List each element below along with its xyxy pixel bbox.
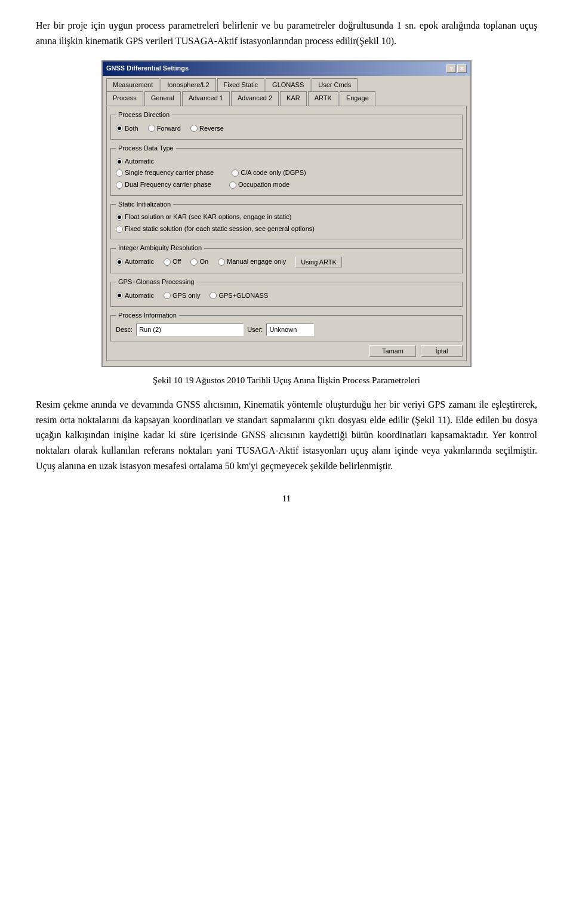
ambiguity-automatic[interactable]: Automatic [116, 257, 154, 267]
static-float[interactable]: Float solution or KAR (see KAR options, … [116, 212, 457, 223]
tab-general[interactable]: General [144, 91, 181, 106]
using-artk-button[interactable]: Using ARTK [295, 257, 342, 267]
radio-occupation[interactable] [229, 181, 236, 189]
static-init-group: Static Initialization Float solution or … [110, 199, 463, 240]
process-info-group: Process Information Desc: Run (2) User: … [110, 310, 463, 341]
titlebar-buttons: ? ✕ [446, 64, 467, 73]
tab-fixed-static[interactable]: Fixed Static [217, 78, 264, 92]
tab-process[interactable]: Process [106, 91, 143, 106]
user-label: User: [247, 325, 263, 335]
integer-ambiguity-group: Integer Ambiguity Resolution Automatic O… [110, 243, 463, 273]
tab-content-process: Process Direction Both Forward Revers [106, 106, 467, 361]
paragraph-1: Her bir proje için uygun process paramet… [36, 18, 537, 48]
radio-both[interactable] [116, 125, 123, 132]
tab-glonass[interactable]: GLONASS [266, 78, 310, 92]
integer-ambiguity-options: Automatic Off On Manual engage only [116, 255, 457, 269]
gnss-dialog: GNSS Differential Settings ? ✕ Measureme… [101, 60, 472, 367]
radio-forward[interactable] [148, 125, 155, 132]
process-info-row: Desc: Run (2) User: Unknown [116, 322, 457, 338]
process-data-type-group: Process Data Type Automatic Single frequ… [110, 143, 463, 195]
direction-both[interactable]: Both [116, 124, 138, 134]
ambiguity-on[interactable]: On [190, 257, 208, 267]
dialog-buttons: Tamam İptal [110, 345, 463, 357]
direction-reverse[interactable]: Reverse [190, 124, 224, 134]
tab-ionosphere[interactable]: Ionosphere/L2 [161, 78, 215, 92]
process-info-label: Process Information [116, 310, 179, 321]
radio-gps-glonass[interactable] [210, 292, 217, 299]
radio-ca[interactable] [232, 170, 239, 177]
tab-user-cmds[interactable]: User Cmds [312, 78, 358, 92]
figure-caption: Şekil 10 19 Ağustos 2010 Tarihli Uçuş An… [36, 373, 537, 387]
radio-amb-on[interactable] [190, 258, 198, 266]
dialog-titlebar: GNSS Differential Settings ? ✕ [103, 61, 470, 76]
cancel-button[interactable]: İptal [421, 345, 463, 357]
radio-single[interactable] [116, 170, 123, 177]
radio-automatic[interactable] [116, 158, 123, 165]
radio-reverse[interactable] [190, 125, 198, 132]
radio-fixed[interactable] [116, 226, 123, 233]
figure-10: GNSS Differential Settings ? ✕ Measureme… [36, 60, 537, 367]
ok-button[interactable]: Tamam [369, 345, 416, 357]
desc-field[interactable]: Run (2) [136, 324, 244, 337]
static-fixed[interactable]: Fixed static solution (for each static s… [116, 224, 457, 235]
desc-label: Desc: [116, 325, 133, 335]
data-type-single[interactable]: Single frequency carrier phase [116, 168, 214, 178]
dialog-title: GNSS Differential Settings [106, 63, 189, 74]
radio-amb-auto[interactable] [116, 258, 123, 266]
process-direction-options: Both Forward Reverse [116, 122, 457, 136]
radio-gps-only[interactable] [164, 292, 171, 299]
radio-dual[interactable] [116, 181, 123, 189]
paragraph-2: Resim çekme anında ve devamında GNSS alı… [36, 397, 537, 473]
tab-advanced-2[interactable]: Advanced 2 [231, 91, 279, 106]
tab-row-1: Measurement Ionosphere/L2 Fixed Static G… [106, 78, 467, 92]
tabs-wrapper: Measurement Ionosphere/L2 Fixed Static G… [106, 78, 467, 106]
direction-forward[interactable]: Forward [148, 124, 181, 134]
page-number: 11 [36, 491, 537, 506]
gps-glonass-options: Automatic GPS only GPS+GLONASS [116, 289, 457, 303]
process-direction-label: Process Direction [116, 110, 172, 121]
gps-glonass-label: GPS+Glonass Processing [116, 277, 196, 288]
close-button[interactable]: ✕ [457, 64, 467, 73]
tab-advanced-1[interactable]: Advanced 1 [182, 91, 230, 106]
process-data-type-options: Automatic Single frequency carrier phase… [116, 155, 457, 192]
static-init-label: Static Initialization [116, 199, 173, 210]
process-data-type-label: Process Data Type [116, 143, 176, 154]
radio-gps-auto[interactable] [116, 292, 123, 299]
radio-amb-manual[interactable] [218, 258, 225, 266]
tab-row-2: Process General Advanced 1 Advanced 2 KA… [106, 91, 467, 106]
help-button[interactable]: ? [446, 64, 456, 73]
gps-glonass-group: GPS+Glonass Processing Automatic GPS onl… [110, 277, 463, 307]
process-direction-group: Process Direction Both Forward Revers [110, 110, 463, 140]
data-type-automatic[interactable]: Automatic [116, 156, 457, 167]
data-type-dual[interactable]: Dual Frequency carrier phase [116, 180, 211, 190]
tab-kar[interactable]: KAR [280, 91, 307, 106]
tab-measurement[interactable]: Measurement [106, 78, 159, 92]
gps-only[interactable]: GPS only [164, 291, 200, 301]
tab-artk[interactable]: ARTK [308, 91, 338, 106]
static-init-options: Float solution or KAR (see KAR options, … [116, 211, 457, 235]
integer-ambiguity-label: Integer Ambiguity Resolution [116, 243, 204, 254]
user-field[interactable]: Unknown [266, 324, 314, 337]
tab-engage[interactable]: Engage [340, 91, 375, 106]
radio-amb-off[interactable] [164, 258, 171, 266]
radio-float[interactable] [116, 214, 123, 221]
dialog-content: Measurement Ionosphere/L2 Fixed Static G… [103, 76, 470, 366]
data-type-occupation[interactable]: Occupation mode [229, 180, 289, 190]
ambiguity-manual[interactable]: Manual engage only [218, 257, 286, 267]
gps-glonass[interactable]: GPS+GLONASS [210, 291, 268, 301]
gps-automatic[interactable]: Automatic [116, 291, 154, 301]
ambiguity-off[interactable]: Off [164, 257, 181, 267]
data-type-ca[interactable]: C/A code only (DGPS) [232, 168, 306, 178]
